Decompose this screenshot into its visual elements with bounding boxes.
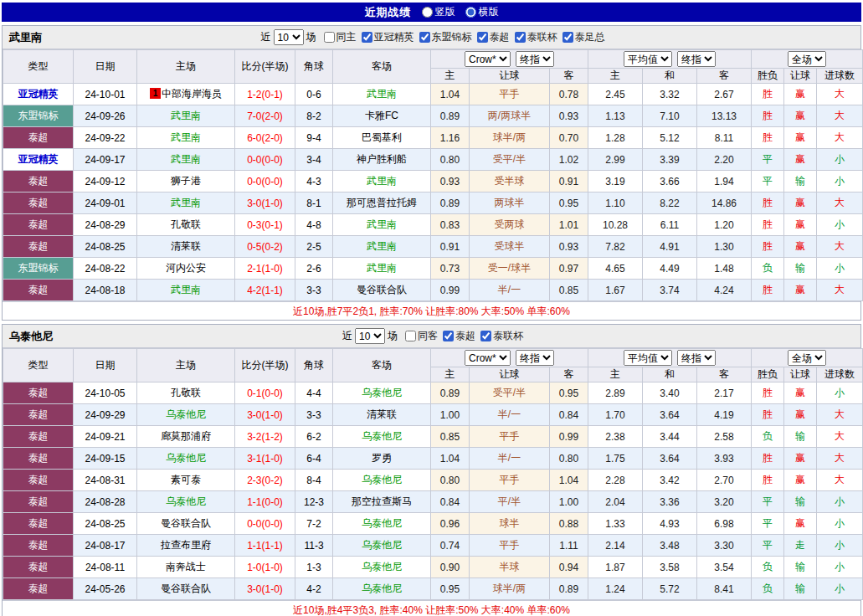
odds-source-select[interactable]: Crow* bbox=[465, 51, 511, 67]
odds-home-cell: 0.90 bbox=[431, 557, 470, 578]
layout-option[interactable]: 竖版 bbox=[422, 5, 455, 19]
result-wdl-cell: 平 bbox=[752, 513, 784, 535]
layout-radio[interactable] bbox=[422, 7, 433, 18]
competition-checkbox[interactable] bbox=[515, 32, 526, 43]
score-cell: 1-1(1-1) bbox=[235, 535, 295, 557]
recent-count-select[interactable]: 10 bbox=[274, 29, 304, 45]
handicap-cell: 半/一 bbox=[470, 280, 550, 301]
date-cell: 24-08-25 bbox=[74, 236, 137, 258]
team-section: 乌泰他尼近10场同客泰超泰联杯类型日期主场比分(半场)角球客场Crow*终指平均… bbox=[2, 324, 861, 616]
odds-home-cell: 0.95 bbox=[431, 578, 470, 600]
competition-option[interactable]: 泰超 bbox=[443, 329, 475, 343]
avg-final-select[interactable]: 终指 bbox=[677, 51, 716, 67]
same-venue-option[interactable]: 同客 bbox=[405, 329, 438, 343]
result-goals-cell: 大 bbox=[817, 192, 863, 214]
handicap-cell: 半/一 bbox=[470, 404, 550, 426]
home-team-cell: 拉查布里府 bbox=[137, 535, 235, 557]
competition-option[interactable]: 东盟锦标 bbox=[419, 30, 472, 44]
score-cell: 0-0(0-0) bbox=[235, 513, 295, 535]
col-header-corner: 角球 bbox=[295, 349, 333, 382]
date-cell: 24-09-17 bbox=[74, 149, 137, 171]
corner-cell: 8-2 bbox=[295, 105, 333, 127]
rank-badge: 1 bbox=[150, 88, 161, 99]
avg-away-cell: 1.48 bbox=[697, 258, 752, 280]
layout-radio[interactable] bbox=[465, 7, 476, 18]
avg-draw-cell: 5.12 bbox=[643, 127, 697, 149]
competition-checkbox[interactable] bbox=[419, 32, 430, 43]
away-team-name: 曼谷联合队 bbox=[357, 284, 407, 295]
competition-checkbox[interactable] bbox=[562, 32, 573, 43]
competition-option[interactable]: 泰联杯 bbox=[515, 30, 557, 44]
layout-option[interactable]: 横版 bbox=[465, 5, 499, 19]
results-table: 类型日期主场比分(半场)角球客场Crow*终指平均值终指全场主让球客主和客胜负让… bbox=[3, 348, 863, 600]
handicap-cell: 球半 bbox=[470, 513, 550, 535]
date-cell: 24-08-17 bbox=[74, 535, 137, 557]
home-team-cell: 曼谷联合队 bbox=[137, 578, 235, 600]
same-venue-checkbox[interactable] bbox=[405, 331, 416, 341]
result-handicap-cell: 赢 bbox=[784, 84, 817, 105]
date-cell: 24-08-28 bbox=[74, 491, 137, 513]
match-row: 东盟锦标24-09-26武里南7-0(2-0)8-2卡雅FC0.89两/两球半0… bbox=[3, 105, 863, 127]
score-cell: 0-0(0-0) bbox=[235, 149, 295, 171]
competition-checkbox[interactable] bbox=[480, 331, 491, 341]
corner-cell: 6-4 bbox=[295, 448, 333, 470]
avg-draw-cell: 4.93 bbox=[643, 513, 697, 535]
odds-source-select[interactable]: Crow* bbox=[465, 350, 511, 366]
competition-option[interactable]: 亚冠精英 bbox=[362, 30, 414, 44]
competition-checkbox[interactable] bbox=[477, 32, 488, 43]
competition-label: 泰足总 bbox=[575, 30, 605, 44]
result-wdl-cell: 平 bbox=[752, 491, 784, 513]
avg-away-cell: 2.70 bbox=[697, 470, 752, 491]
scope-select[interactable]: 全场 bbox=[788, 51, 826, 67]
handicap-cell: 受平/半 bbox=[470, 149, 550, 171]
recent-count-select[interactable]: 10 bbox=[355, 328, 385, 344]
result-goals-cell: 小 bbox=[817, 513, 863, 535]
result-goals-cell: 小 bbox=[817, 557, 863, 578]
same-venue-option[interactable]: 同主 bbox=[324, 30, 357, 44]
avg-home-cell: 2.28 bbox=[588, 470, 643, 491]
result-handicap-cell: 输 bbox=[784, 171, 817, 192]
result-handicap-cell: 赢 bbox=[784, 448, 817, 470]
competition-option[interactable]: 泰联杯 bbox=[480, 329, 523, 343]
avg-select-group: 平均值终指 bbox=[588, 50, 752, 69]
away-team-name: 乌泰他尼 bbox=[362, 474, 402, 485]
result-wdl-cell: 平 bbox=[752, 171, 784, 192]
avg-source-select[interactable]: 平均值 bbox=[624, 51, 672, 67]
handicap-cell: 平手 bbox=[470, 426, 550, 448]
competition-option[interactable]: 泰超 bbox=[477, 30, 510, 44]
score-cell: 7-0(2-0) bbox=[235, 105, 295, 127]
scope-select[interactable]: 全场 bbox=[788, 350, 826, 366]
competition-option[interactable]: 泰足总 bbox=[562, 30, 605, 44]
corner-cell: 4-4 bbox=[295, 382, 333, 404]
corner-cell: 0-6 bbox=[295, 84, 333, 105]
result-wdl-cell: 胜 bbox=[752, 105, 784, 127]
date-cell: 24-08-31 bbox=[74, 470, 137, 491]
avg-final-select[interactable]: 终指 bbox=[677, 350, 716, 366]
result-wdl-cell: 平 bbox=[752, 535, 784, 557]
avg-draw-cell: 3.74 bbox=[643, 280, 697, 301]
handicap-cell: 受平/半 bbox=[470, 382, 550, 404]
competition-cell: 泰超 bbox=[3, 214, 74, 236]
away-team-cell: 乌泰他尼 bbox=[333, 470, 431, 491]
odds-final-select[interactable]: 终指 bbox=[516, 350, 554, 366]
avg-source-select[interactable]: 平均值 bbox=[624, 350, 672, 366]
away-team-name: 乌泰他尼 bbox=[362, 583, 402, 594]
competition-checkbox[interactable] bbox=[362, 32, 372, 43]
away-team-name: 武里南 bbox=[367, 218, 397, 230]
competition-cell: 泰超 bbox=[3, 578, 74, 600]
avg-draw-cell: 5.72 bbox=[643, 578, 697, 600]
competition-cell: 泰超 bbox=[3, 513, 74, 535]
score-cell: 0-1(0-0) bbox=[235, 382, 295, 404]
layout-option-label: 竖版 bbox=[435, 5, 455, 19]
competition-checkbox[interactable] bbox=[443, 331, 454, 341]
avg-away-cell: 4.24 bbox=[697, 280, 752, 301]
same-venue-checkbox[interactable] bbox=[324, 32, 335, 43]
result-goals-cell: 小 bbox=[817, 171, 863, 192]
sub-header-result-goals: 进球数 bbox=[817, 367, 863, 382]
avg-draw-cell: 3.40 bbox=[643, 382, 697, 404]
result-handicap-cell: 输 bbox=[784, 258, 817, 280]
avg-away-cell: 2.58 bbox=[697, 426, 752, 448]
odds-final-select[interactable]: 终指 bbox=[516, 51, 554, 67]
home-team-cell: 南奔战士 bbox=[137, 557, 235, 578]
away-team-cell: 那空拉查斯马 bbox=[333, 491, 431, 513]
